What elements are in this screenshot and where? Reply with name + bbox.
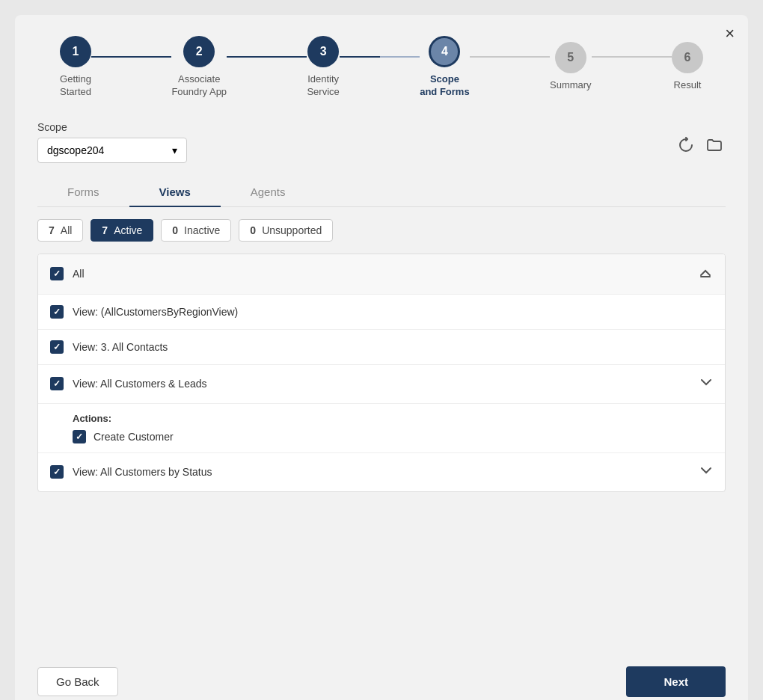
filter-unsupported[interactable]: 0 Unsupported [239,219,333,242]
list-item-region-view-label: View: (AllCustomersByRegionView) [73,306,713,318]
step-group-2: 2 AssociateFoundry App [171,36,227,99]
refresh-button[interactable] [675,134,697,160]
checkbox-customers-leads[interactable] [50,377,64,390]
expand-customers-leads-icon[interactable] [699,375,713,393]
step-label-2: AssociateFoundry App [171,73,227,99]
step-circle-6: 6 [672,42,703,73]
step-group-6: 6 Result [672,42,703,92]
list-item-all-header[interactable]: All [38,254,725,295]
list-item-customers-leads-label: View: All Customers & Leads [73,378,690,390]
checkbox-all-contacts[interactable] [50,340,64,354]
filter-all-label: All [61,224,73,236]
list-item-all-label: All [73,268,689,280]
list-item-all-contacts[interactable]: View: 3. All Contacts [38,330,725,365]
step-2: 2 AssociateFoundry App [171,36,227,99]
tabs: Forms Views Agents [37,178,726,207]
step-label-5: Summary [550,79,592,92]
next-button[interactable]: Next [626,666,726,697]
scope-action-icons [675,134,726,163]
expand-customers-status-icon[interactable] [699,464,713,481]
step-label-3: IdentityService [307,73,339,99]
list-item-customers-leads[interactable]: View: All Customers & Leads [38,365,725,404]
step-circle-4: 4 [429,36,460,67]
filter-all-count: 7 [49,224,55,236]
step-4: 4 Scopeand Forms [420,36,469,99]
checkbox-all[interactable] [50,267,64,280]
step-label-4: Scopeand Forms [420,73,469,99]
tab-agents[interactable]: Agents [221,178,316,207]
collapse-all-icon[interactable] [698,265,713,283]
filter-active[interactable]: 7 Active [91,219,153,242]
step-circle-3: 3 [307,36,339,67]
step-5: 5 Summary [550,42,592,92]
checkbox-region-view[interactable] [50,305,64,319]
connector-4-5 [470,56,550,58]
step-circle-1: 1 [60,36,91,67]
filter-unsupported-count: 0 [250,224,256,236]
views-list: All View: (AllCustomersByRegionView) Vie… [37,254,726,492]
checkbox-create-customer[interactable] [73,430,86,443]
list-item-customers-status-label: View: All Customers by Status [73,466,690,478]
go-back-button[interactable]: Go Back [37,667,118,696]
step-6: 6 Result [672,42,703,92]
step-3: 3 IdentityService [307,36,339,99]
filter-inactive-count: 0 [172,224,178,236]
list-item-region-view[interactable]: View: (AllCustomersByRegionView) [38,295,725,330]
footer: Go Back Next [15,654,748,700]
sub-section-actions: Actions: Create Customer [38,404,725,453]
step-label-1: GettingStarted [60,73,91,99]
step-group-3: 3 IdentityService [307,36,339,99]
scope-value: dgscope204 [47,144,104,156]
close-button[interactable]: × [725,25,735,42]
list-item-customers-status[interactable]: View: All Customers by Status [38,453,725,491]
step-group-4: 4 Scopeand Forms [420,36,469,99]
filter-unsupported-label: Unsupported [262,224,322,236]
list-item-all-contacts-label: View: 3. All Contacts [73,341,713,353]
stepper: 1 GettingStarted 2 AssociateFoundry App … [15,15,748,114]
tab-views[interactable]: Views [129,178,221,207]
tab-forms[interactable]: Forms [37,178,129,207]
sub-item-create-customer[interactable]: Create Customer [73,430,713,443]
connector-5-6 [592,56,672,58]
chevron-down-icon: ▾ [172,144,177,156]
filter-active-count: 7 [102,224,108,236]
scope-dropdown[interactable]: dgscope204 ▾ [37,138,187,163]
step-label-6: Result [674,79,702,92]
create-customer-label: Create Customer [94,431,174,443]
actions-label: Actions: [73,413,713,424]
filter-inactive-label: Inactive [184,224,220,236]
filter-active-label: Active [114,224,142,236]
scope-field: Scope dgscope204 ▾ [37,121,667,163]
connector-1-2 [91,56,171,58]
step-circle-5: 5 [555,42,586,73]
step-circle-2: 2 [183,36,215,67]
checkbox-customers-status[interactable] [50,465,64,479]
content-area: Scope dgscope204 ▾ [15,114,748,654]
filter-inactive[interactable]: 0 Inactive [161,219,231,242]
filter-all[interactable]: 7 All [37,219,83,242]
connector-2-3 [227,56,307,58]
step-group-5: 5 Summary [550,42,592,92]
connector-3-4 [340,56,420,58]
filter-buttons: 7 All 7 Active 0 Inactive 0 Unsupported [37,219,726,242]
scope-row: Scope dgscope204 ▾ [37,121,726,163]
step-group-1: 1 GettingStarted [60,36,91,99]
scope-label: Scope [37,121,667,133]
step-1: 1 GettingStarted [60,36,91,99]
folder-button[interactable] [703,134,726,160]
modal: × 1 GettingStarted 2 AssociateFoundry Ap… [15,15,748,700]
